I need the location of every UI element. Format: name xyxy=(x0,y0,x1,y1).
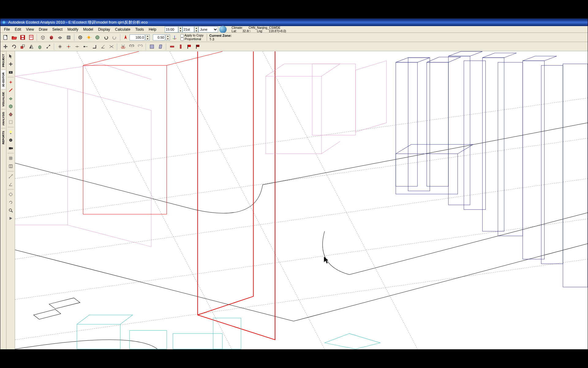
day-input[interactable] xyxy=(183,26,194,33)
menu-modify[interactable]: Modify xyxy=(65,27,81,32)
plane-xy-button[interactable] xyxy=(148,43,156,51)
plane-yz-button[interactable] xyxy=(156,43,164,51)
cube-elevation-button[interactable] xyxy=(65,33,73,41)
left-tab-strip: PROJECT 3D EDITOR VISUALISE ANALYSIS REP… xyxy=(0,51,6,349)
open-file-button[interactable] xyxy=(10,33,18,41)
unlink-tool[interactable] xyxy=(136,43,144,51)
plane-tool[interactable] xyxy=(7,94,14,102)
mirror-tool[interactable] xyxy=(27,43,35,51)
cube-plane-button[interactable] xyxy=(56,33,64,41)
step-spinner[interactable]: ▲▼ xyxy=(166,34,170,40)
pan-tool[interactable] xyxy=(7,60,14,68)
menu-file[interactable]: File xyxy=(2,27,12,32)
svg-rect-0 xyxy=(4,35,7,40)
axis-icon[interactable] xyxy=(171,33,179,41)
move-tool[interactable] xyxy=(2,43,9,51)
page-setup-button[interactable] xyxy=(27,33,35,41)
svg-line-59 xyxy=(15,259,588,340)
angle-tool[interactable] xyxy=(7,181,14,188)
viewport-3d[interactable] xyxy=(15,51,588,349)
gear-button[interactable] xyxy=(76,33,84,41)
section-flag2-button[interactable] xyxy=(194,43,202,51)
tab-project[interactable]: PROJECT xyxy=(1,51,6,70)
month-select[interactable]: June xyxy=(198,26,218,33)
link-tool[interactable] xyxy=(128,43,136,51)
snap-point-tool[interactable] xyxy=(65,43,73,51)
apply-to-copy-checkbox[interactable] xyxy=(180,34,184,37)
tab-analysis[interactable]: ANALYSIS xyxy=(1,109,6,128)
cursor-icon xyxy=(324,257,328,263)
node-tool[interactable] xyxy=(44,43,52,51)
north-angle-input[interactable] xyxy=(130,34,145,40)
snap-star-tool[interactable] xyxy=(7,79,14,86)
svg-rect-77 xyxy=(464,61,486,209)
snap-angle-tool[interactable] xyxy=(99,43,107,51)
snap-end-tool[interactable] xyxy=(82,43,90,51)
section-flag-button[interactable] xyxy=(185,43,193,51)
tab-visualise[interactable]: VISUALISE xyxy=(1,89,6,109)
section-v-button[interactable] xyxy=(177,43,185,51)
orbit-nav-tool[interactable] xyxy=(7,191,14,198)
scale-tool[interactable] xyxy=(19,43,27,51)
menu-calculate[interactable]: Calculate xyxy=(113,27,133,32)
cube-wireframe-button[interactable] xyxy=(39,33,47,41)
new-file-button[interactable] xyxy=(2,33,9,41)
step-input[interactable] xyxy=(153,34,165,40)
void-tool[interactable] xyxy=(7,118,14,126)
rotate-tool[interactable] xyxy=(10,43,18,51)
line-tool[interactable] xyxy=(7,86,14,94)
day-spinner[interactable]: ▲▼ xyxy=(194,26,198,33)
bulb-tool[interactable] xyxy=(7,128,14,136)
snap-grid-tool[interactable] xyxy=(56,43,64,51)
grid-tool[interactable] xyxy=(7,155,14,162)
svg-line-67 xyxy=(83,52,139,65)
material-button[interactable] xyxy=(93,33,101,41)
camera2-tool[interactable] xyxy=(7,144,14,152)
menu-edit[interactable]: Edit xyxy=(12,27,24,32)
menu-view[interactable]: View xyxy=(24,27,36,32)
svg-rect-33 xyxy=(180,45,181,48)
svg-rect-3 xyxy=(21,38,24,39)
north-arrow-icon[interactable] xyxy=(122,34,129,41)
menu-select[interactable]: Select xyxy=(50,27,65,32)
extrude-tool[interactable] xyxy=(36,43,44,51)
proportional-checkbox[interactable] xyxy=(180,37,184,41)
play-tool[interactable] xyxy=(7,215,14,222)
speaker-tool[interactable] xyxy=(7,136,14,144)
partition-tool[interactable] xyxy=(7,163,14,170)
snap-perp-tool[interactable] xyxy=(90,43,98,51)
save-button[interactable] xyxy=(19,33,27,41)
pointer-tool[interactable] xyxy=(7,52,14,60)
menubar: File Edit View Draw Select Modify Model … xyxy=(0,26,588,33)
menu-help[interactable]: Help xyxy=(146,27,159,32)
titlebar: ✱ Autodesk Ecotect Analysis 2010 - E:\Ec… xyxy=(0,19,588,26)
trim-tool[interactable] xyxy=(119,43,127,51)
snap-mid-tool[interactable] xyxy=(73,43,81,51)
section-h-button[interactable] xyxy=(168,43,176,51)
gear-sun-button[interactable] xyxy=(85,33,93,41)
svg-rect-34 xyxy=(188,45,191,47)
menu-tools[interactable]: Tools xyxy=(133,27,146,32)
globe-icon[interactable] xyxy=(219,26,227,33)
undo-button[interactable] xyxy=(102,33,110,41)
tab-3d-editor[interactable]: 3D EDITOR xyxy=(1,70,6,90)
menu-draw[interactable]: Draw xyxy=(36,27,50,32)
redo-button[interactable] xyxy=(111,33,119,41)
zone-tool[interactable] xyxy=(7,102,14,110)
north-spinner[interactable]: ▲▼ xyxy=(145,34,150,40)
menu-display[interactable]: Display xyxy=(96,27,112,32)
time-input[interactable] xyxy=(165,26,178,33)
time-spinner[interactable]: ▲▼ xyxy=(178,26,183,33)
snap-inter-tool[interactable] xyxy=(107,43,115,51)
tab-reports[interactable]: REPORTS xyxy=(1,128,6,147)
app-logo-icon: ✱ xyxy=(2,20,6,25)
side-toolbar xyxy=(6,51,15,349)
measure-tool[interactable] xyxy=(7,173,14,180)
rotate-nav-tool[interactable] xyxy=(7,199,14,206)
zoom-tool[interactable] xyxy=(7,207,14,214)
svg-rect-32 xyxy=(170,46,174,47)
menu-model[interactable]: Model xyxy=(81,27,96,32)
cube-shaded-button[interactable] xyxy=(47,33,55,41)
roof-tool[interactable] xyxy=(7,110,14,118)
camera-tool[interactable] xyxy=(7,68,14,76)
